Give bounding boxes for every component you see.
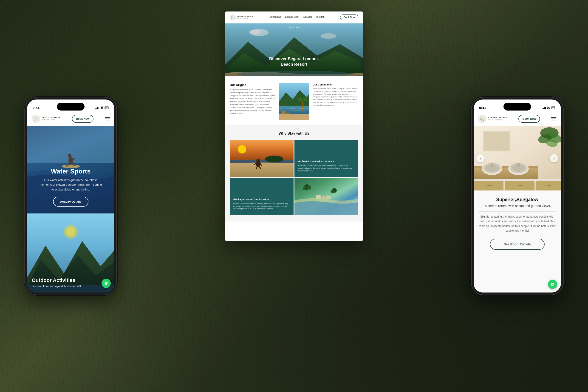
see-room-details-button[interactable]: See Room Details bbox=[490, 239, 545, 250]
authentic-body: At Segara Lombok, we're all about authen… bbox=[298, 164, 355, 172]
whatsapp-icon-left bbox=[104, 281, 109, 286]
svg-rect-52 bbox=[316, 195, 321, 198]
why-stay-title: Why Stay with Us bbox=[230, 132, 358, 136]
svg-rect-78 bbox=[487, 185, 492, 186]
dot-4[interactable] bbox=[518, 200, 520, 202]
room-image-svg bbox=[474, 126, 561, 190]
outdoor-desc: Discover Lombok beyond its shores. With bbox=[32, 285, 110, 288]
signal-bar-2 bbox=[96, 108, 97, 109]
nav-link-eat-drink[interactable]: Eat and Drink bbox=[285, 16, 299, 19]
desktop-logo-circle: SL bbox=[230, 14, 236, 20]
signal-bar-r4 bbox=[545, 106, 546, 109]
aerial-card bbox=[294, 178, 358, 214]
logo-line1-left: SEGARA LOMBOK bbox=[42, 117, 61, 119]
authentic-title: Authentic Lombok experience bbox=[298, 160, 355, 163]
whatsapp-bubble-right[interactable] bbox=[548, 280, 557, 289]
arrow-left-icon: ‹ bbox=[480, 156, 481, 160]
beach-svg bbox=[230, 140, 294, 177]
svg-point-41 bbox=[256, 160, 260, 167]
signal-bar-r2 bbox=[543, 108, 544, 109]
link-icon-left: ⌘ bbox=[100, 106, 103, 110]
outdoor-section: Outdoor Activities Discover Lombok beyon… bbox=[27, 214, 114, 292]
why-stay-grid: Authentic Lombok experience At Segara Lo… bbox=[230, 140, 358, 214]
dot-5[interactable] bbox=[521, 200, 523, 202]
desktop-logo-line2: BEACH RESORT bbox=[237, 18, 254, 19]
origins-title: Our Origins bbox=[230, 83, 275, 87]
book-now-button-desktop[interactable]: Book Now bbox=[340, 14, 358, 20]
right-phone-screen: 9:41 ⌘ 32 bbox=[474, 100, 561, 292]
right-phone: 9:41 ⌘ 32 bbox=[471, 97, 563, 295]
svg-point-48 bbox=[303, 186, 306, 190]
dynamic-island-right bbox=[504, 103, 531, 110]
link-icon-right: ⌘ bbox=[547, 106, 550, 110]
logo-line2-right: BEACH RESORT bbox=[488, 119, 507, 121]
hamburger-r-line-3 bbox=[551, 120, 556, 120]
hamburger-left[interactable] bbox=[105, 117, 110, 120]
badge-right: 32 bbox=[551, 106, 555, 109]
whatsapp-bubble-left[interactable] bbox=[101, 279, 111, 288]
svg-text:SL: SL bbox=[35, 118, 37, 120]
origins-text: Our Origins "Segara" in Indonesian means… bbox=[230, 83, 275, 115]
outdoor-title: Outdoor Activities bbox=[32, 277, 110, 283]
water-sports-title: Water Sports bbox=[38, 168, 103, 175]
logo-text-right: SEGARA LOMBOK BEACH RESORT bbox=[488, 117, 507, 121]
signal-right bbox=[542, 106, 546, 109]
logo-line1-right: SEGARA LOMBOK bbox=[488, 117, 507, 119]
logo-line2-left: BEACH RESORT bbox=[42, 119, 61, 121]
desktop-content[interactable]: Our Origins "Segara" in Indonesian means… bbox=[225, 76, 363, 241]
logo-text-left: SEGARA LOMBOK BEACH RESORT bbox=[42, 117, 61, 121]
dot-6[interactable] bbox=[524, 200, 526, 202]
dot-2[interactable] bbox=[512, 200, 513, 202]
desktop-hero-title-line2: Beach Resort bbox=[269, 62, 319, 67]
svg-rect-79 bbox=[519, 185, 523, 186]
svg-text:SL: SL bbox=[482, 118, 484, 120]
desktop-logo-line1: SEGARA LOMBOK bbox=[237, 16, 254, 18]
right-phone-nav: SL SEGARA LOMBOK BEACH RESORT Book Now bbox=[474, 112, 561, 126]
water-sports-hero: Water Sports Our water activities guaran… bbox=[27, 126, 114, 214]
svg-point-51 bbox=[331, 190, 334, 193]
left-phone-screen: 9:41 ⌘ 32 bbox=[27, 100, 114, 292]
signal-bar-1 bbox=[95, 108, 96, 109]
carousel-arrow-left[interactable]: ‹ bbox=[476, 154, 485, 162]
carousel-dots bbox=[474, 200, 561, 202]
status-icons-left: ⌘ 32 bbox=[95, 106, 109, 110]
svg-rect-29 bbox=[279, 114, 309, 120]
hamburger-line-3 bbox=[105, 120, 110, 120]
nav-link-activities[interactable]: Activities bbox=[303, 16, 312, 19]
origins-grid: Our Origins "Segara" in Indonesian means… bbox=[230, 83, 358, 120]
hamburger-line-2 bbox=[105, 118, 110, 119]
nav-link-bungalows[interactable]: Bungalows bbox=[270, 16, 281, 19]
desktop-logo-text: SEGARA LOMBOK BEACH RESORT bbox=[237, 16, 254, 19]
logo-left: SL SEGARA LOMBOK BEACH RESORT bbox=[32, 115, 61, 123]
logo-emblem-right: SL bbox=[480, 116, 485, 121]
signal-bar-r3 bbox=[544, 107, 545, 109]
privileged-body: Offering breathtaking views of Senggigi … bbox=[233, 202, 290, 210]
logo-emblem-left: SL bbox=[33, 116, 38, 121]
carousel-arrow-right[interactable]: › bbox=[550, 154, 558, 162]
signal-bar-3 bbox=[97, 107, 98, 109]
time-right: 9:41 bbox=[479, 106, 486, 110]
desktop-hero-overlay bbox=[225, 24, 363, 76]
left-phone-nav: SL SEGARA LOMBOK BEACH RESORT Book Now bbox=[27, 112, 114, 126]
svg-point-49 bbox=[307, 186, 311, 190]
nav-link-insight[interactable]: Insight bbox=[317, 16, 324, 19]
dot-3[interactable] bbox=[515, 200, 517, 202]
dot-1[interactable] bbox=[508, 200, 510, 202]
desktop-hero: About Us Discover Segara Lombok Beach Re… bbox=[225, 24, 363, 76]
hamburger-right[interactable] bbox=[551, 117, 556, 120]
desktop-frame: SL SEGARA LOMBOK BEACH RESORT Bungalows … bbox=[225, 12, 363, 241]
book-now-button-left[interactable]: Book Now bbox=[72, 115, 94, 123]
commitment-body: We're much more than a hotel. At Segara … bbox=[313, 87, 358, 106]
svg-rect-80 bbox=[547, 185, 551, 186]
logo-circle-left: SL bbox=[32, 115, 40, 123]
desktop-hero-title: Discover Segara Lombok Beach Resort bbox=[269, 56, 319, 67]
book-now-button-right[interactable]: Book Now bbox=[519, 115, 540, 123]
pool-image bbox=[279, 83, 309, 120]
about-us-label: About Us bbox=[289, 26, 299, 28]
activity-details-button[interactable]: Activity Details bbox=[53, 197, 88, 206]
left-phone: 9:41 ⌘ 32 bbox=[25, 97, 117, 295]
svg-text:SL: SL bbox=[232, 17, 233, 18]
signal-bar-4 bbox=[98, 106, 99, 109]
status-icons-right: ⌘ 32 bbox=[542, 106, 555, 110]
logo-circle-right: SL bbox=[478, 115, 487, 123]
